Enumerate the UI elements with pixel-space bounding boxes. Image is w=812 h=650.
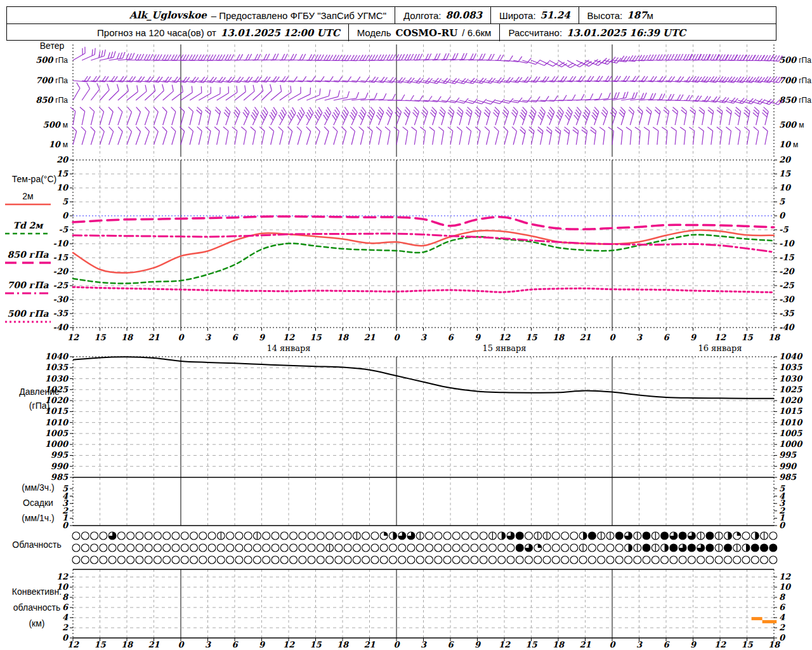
svg-text:6: 6: [232, 640, 239, 649]
svg-text:1015: 1015: [779, 406, 802, 416]
svg-text:18: 18: [121, 333, 134, 342]
svg-text:500гПа: 500гПа: [779, 55, 811, 65]
svg-text:12: 12: [283, 333, 295, 342]
svg-text:6: 6: [663, 333, 670, 342]
svg-text:21: 21: [148, 640, 159, 649]
svg-text:985: 985: [51, 472, 69, 482]
svg-text:850гПа: 850гПа: [779, 95, 811, 105]
svg-text:2: 2: [62, 623, 69, 632]
svg-text:8: 8: [779, 592, 786, 602]
svg-text:-30: -30: [53, 295, 69, 304]
svg-text:-20: -20: [779, 267, 795, 276]
svg-text:12: 12: [499, 640, 511, 649]
svg-text:4: 4: [62, 613, 69, 622]
svg-text:-15: -15: [779, 253, 794, 262]
svg-text:0: 0: [393, 640, 400, 649]
svg-text:12: 12: [714, 640, 726, 649]
svg-text:4: 4: [779, 613, 785, 622]
svg-text:-5: -5: [779, 225, 789, 234]
svg-text:1015: 1015: [45, 406, 69, 416]
svg-text:-20: -20: [53, 267, 69, 276]
svg-text:3: 3: [205, 333, 211, 342]
svg-text:-10: -10: [53, 239, 69, 248]
svg-text:3: 3: [421, 640, 427, 649]
wind-barb-row: [67, 127, 768, 145]
temperature-legend-samples: [5, 204, 51, 322]
cloud-row-2: [72, 544, 777, 552]
svg-text:9: 9: [690, 640, 697, 649]
svg-text:12: 12: [779, 572, 791, 581]
svg-text:6: 6: [232, 333, 239, 342]
svg-text:21: 21: [363, 333, 375, 342]
svg-text:3: 3: [636, 333, 643, 342]
svg-text:0: 0: [178, 640, 185, 649]
svg-text:1035: 1035: [45, 362, 69, 372]
svg-text:1040: 1040: [779, 352, 803, 361]
wind-barb-row: [67, 107, 769, 125]
svg-text:1025: 1025: [779, 385, 802, 394]
svg-text:10: 10: [56, 582, 69, 592]
svg-text:21: 21: [363, 640, 375, 649]
svg-text:12: 12: [283, 640, 295, 649]
svg-text:0: 0: [609, 333, 616, 342]
svg-text:850гПа: 850гПа: [36, 95, 68, 105]
svg-text:18: 18: [553, 333, 565, 342]
svg-text:20: 20: [779, 155, 792, 164]
svg-text:1035: 1035: [779, 362, 802, 372]
svg-text:18: 18: [121, 640, 134, 649]
convective-bars: [752, 617, 777, 623]
svg-text:-30: -30: [779, 295, 795, 304]
svg-text:0: 0: [779, 521, 786, 530]
svg-text:-25: -25: [53, 281, 69, 290]
meteogram-page: Alk_Uglovskoe – Предоставлено ФГБУ "ЗапС…: [0, 0, 812, 650]
svg-text:990: 990: [779, 461, 797, 471]
svg-text:0: 0: [178, 333, 185, 342]
svg-text:9: 9: [259, 333, 266, 342]
svg-text:3: 3: [205, 640, 211, 649]
svg-text:1010: 1010: [45, 418, 69, 427]
svg-text:-35: -35: [53, 308, 69, 318]
cloud-row-3: [72, 556, 777, 564]
svg-text:1020: 1020: [45, 395, 69, 405]
svg-text:3: 3: [636, 640, 643, 649]
svg-text:995: 995: [779, 450, 797, 460]
svg-text:3: 3: [421, 333, 427, 342]
svg-text:18: 18: [553, 640, 565, 649]
svg-text:-25: -25: [779, 281, 794, 290]
svg-text:5: 5: [779, 197, 785, 206]
svg-text:21: 21: [148, 333, 159, 342]
svg-text:6: 6: [779, 602, 786, 612]
svg-text:21: 21: [579, 640, 591, 649]
cloudiness-symbols: [72, 532, 777, 564]
svg-text:18: 18: [337, 333, 350, 342]
svg-text:15 января: 15 января: [482, 343, 526, 353]
wind-barb-row: [70, 47, 783, 70]
svg-text:10м: 10м: [49, 140, 68, 149]
svg-text:15: 15: [525, 333, 537, 342]
svg-text:1000: 1000: [45, 439, 69, 449]
svg-text:15: 15: [525, 640, 537, 649]
svg-text:-40: -40: [779, 322, 795, 332]
wind-barbs: [67, 47, 783, 145]
svg-text:15: 15: [741, 333, 753, 342]
svg-text:1010: 1010: [779, 418, 803, 427]
svg-text:0: 0: [779, 633, 786, 642]
svg-text:9: 9: [690, 333, 697, 342]
svg-text:6: 6: [447, 640, 454, 649]
svg-text:-40: -40: [53, 322, 69, 332]
svg-text:1020: 1020: [779, 395, 803, 405]
svg-text:1030: 1030: [779, 374, 803, 383]
svg-text:18: 18: [768, 640, 781, 649]
svg-text:10: 10: [779, 582, 792, 592]
svg-text:15: 15: [94, 333, 106, 342]
svg-text:12: 12: [499, 333, 511, 342]
meteogram-chart: 2020151510105500-5-5-10-10-15-15-20-20-2…: [0, 0, 812, 650]
svg-text:14 января: 14 января: [266, 343, 310, 353]
svg-text:0: 0: [62, 211, 69, 220]
svg-text:1025: 1025: [45, 385, 69, 394]
svg-text:700гПа: 700гПа: [779, 76, 811, 85]
svg-text:15: 15: [56, 169, 69, 178]
svg-text:985: 985: [779, 472, 797, 482]
svg-text:6: 6: [62, 602, 69, 612]
svg-text:0: 0: [62, 521, 69, 530]
